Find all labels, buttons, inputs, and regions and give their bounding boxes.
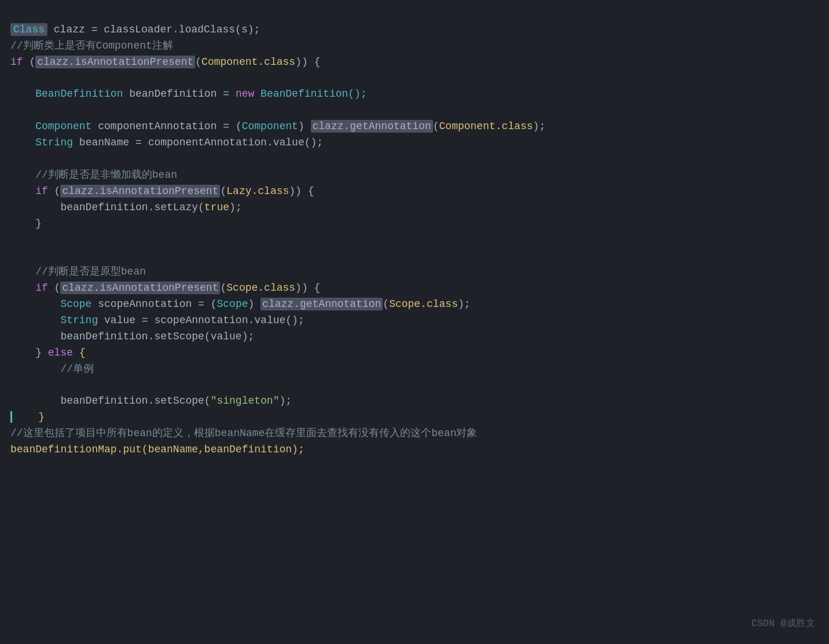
code-line: beanDefinition.setScope(value); bbox=[10, 329, 819, 345]
code-line: if (clazz.isAnnotationPresent(Component.… bbox=[10, 54, 819, 71]
code-line bbox=[10, 232, 819, 248]
code-line: //判断类上是否有Component注解 bbox=[10, 38, 819, 54]
code-line: } bbox=[10, 216, 819, 232]
code-editor: Class clazz = classLoader.loadClass(s);/… bbox=[0, 0, 829, 464]
code-line: //这里包括了项目中所有bean的定义，根据beanName在缓存里面去查找有没… bbox=[10, 426, 819, 442]
code-line: Scope scopeAnnotation = (Scope) clazz.ge… bbox=[10, 297, 819, 313]
code-line: //判断是否是非懒加载的bean bbox=[10, 167, 819, 184]
code-line: beanDefinition.setLazy(true); bbox=[10, 200, 819, 216]
code-line: String value = scopeAnnotation.value(); bbox=[10, 313, 819, 329]
code-line: } else { bbox=[10, 345, 819, 361]
code-line: Class clazz = classLoader.loadClass(s); bbox=[10, 22, 819, 38]
code-line: //判断是否是原型bean bbox=[10, 264, 819, 280]
code-line bbox=[10, 103, 819, 119]
code-line: BeanDefinition beanDefinition = new Bean… bbox=[10, 86, 819, 103]
code-line: String beanName = componentAnnotation.va… bbox=[10, 135, 819, 151]
code-line: //单例 bbox=[10, 361, 819, 378]
code-line: beanDefinitionMap.put(beanName,beanDefin… bbox=[10, 442, 819, 458]
code-line: Component componentAnnotation = (Compone… bbox=[10, 119, 819, 135]
code-line bbox=[10, 71, 819, 87]
code-line bbox=[10, 151, 819, 167]
code-line: } bbox=[10, 409, 819, 426]
code-line bbox=[10, 377, 819, 393]
code-line: if (clazz.isAnnotationPresent(Scope.clas… bbox=[10, 280, 819, 297]
code-line: beanDefinition.setScope("singleton"); bbox=[10, 393, 819, 409]
code-line: if (clazz.isAnnotationPresent(Lazy.class… bbox=[10, 184, 819, 200]
code-line bbox=[10, 248, 819, 264]
watermark-label: CSDN @成胜文 bbox=[751, 617, 815, 631]
